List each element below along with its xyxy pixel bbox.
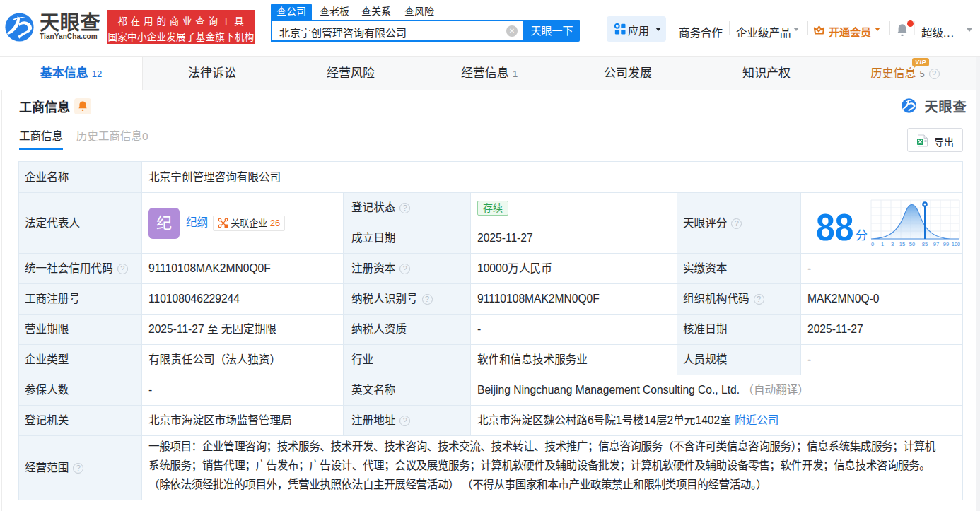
svg-text:99: 99 <box>943 241 949 247</box>
svg-text:97: 97 <box>933 241 939 247</box>
svg-text:50: 50 <box>909 241 915 247</box>
svg-text:1: 1 <box>881 241 884 247</box>
svg-text:100: 100 <box>952 241 960 247</box>
svg-text:15: 15 <box>899 241 905 247</box>
svg-text:0: 0 <box>871 241 874 247</box>
svg-text:3: 3 <box>891 241 894 247</box>
svg-text:85: 85 <box>922 241 928 247</box>
